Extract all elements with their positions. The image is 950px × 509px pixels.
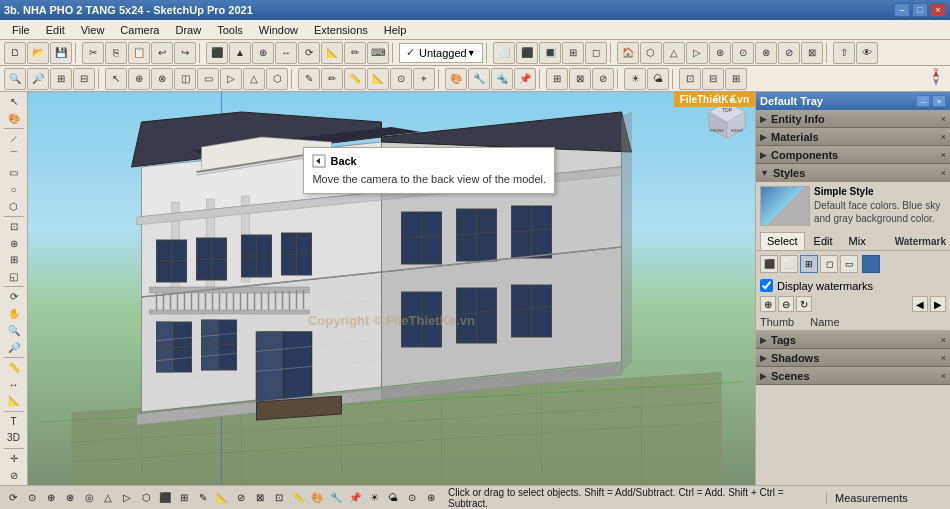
t2-27[interactable]: 🌤 [647, 68, 669, 90]
pan-tool[interactable]: ✋ [3, 306, 25, 322]
style-icon-2[interactable]: ⬜ [780, 255, 798, 273]
t2-4[interactable]: ⊟ [73, 68, 95, 90]
t2-15[interactable]: 📏 [344, 68, 366, 90]
tool3[interactable]: ⊕ [252, 42, 274, 64]
push-tool[interactable]: ⊡ [3, 219, 25, 235]
menu-edit[interactable]: Edit [38, 22, 73, 38]
style-prev[interactable]: ◀ [912, 296, 928, 312]
style-icon-1[interactable]: ⬛ [760, 255, 778, 273]
t2-16[interactable]: 📐 [367, 68, 389, 90]
look-btn[interactable]: 👁 [856, 42, 878, 64]
t2-11[interactable]: △ [243, 68, 265, 90]
t2-22[interactable]: 📌 [514, 68, 536, 90]
orbit-tool[interactable]: ⟳ [3, 289, 25, 305]
menu-window[interactable]: Window [251, 22, 306, 38]
polygon-tool[interactable]: ⬡ [3, 198, 25, 214]
t2-17[interactable]: ⊙ [390, 68, 412, 90]
styles-header[interactable]: ▼ Styles × [756, 164, 950, 182]
tool4[interactable]: ↔ [275, 42, 297, 64]
cam8[interactable]: ⊘ [778, 42, 800, 64]
tool5[interactable]: ⟳ [298, 42, 320, 64]
bottom-icon-14[interactable]: ⊠ [251, 489, 269, 507]
bottom-icon-21[interactable]: 🌤 [384, 489, 402, 507]
t2-2[interactable]: 🔎 [27, 68, 49, 90]
bottom-icon-13[interactable]: ⊘ [232, 489, 250, 507]
menu-draw[interactable]: Draw [167, 22, 209, 38]
styles-close[interactable]: × [941, 168, 946, 178]
tool7[interactable]: ✏ [344, 42, 366, 64]
view-btn4[interactable]: ⊞ [562, 42, 584, 64]
3dtext-tool[interactable]: 3D [3, 430, 25, 446]
close-button[interactable]: × [930, 3, 946, 17]
materials-section[interactable]: ▶ Materials × [756, 128, 950, 146]
bottom-icon-7[interactable]: ▷ [118, 489, 136, 507]
cam6[interactable]: ⊙ [732, 42, 754, 64]
remove-watermark-btn[interactable]: ⊖ [778, 296, 794, 312]
t2-12[interactable]: ⬡ [266, 68, 288, 90]
tab-edit[interactable]: Edit [807, 232, 840, 250]
bottom-icon-10[interactable]: ⊞ [175, 489, 193, 507]
t2-24[interactable]: ⊠ [569, 68, 591, 90]
bottom-icon-5[interactable]: ◎ [80, 489, 98, 507]
cam1[interactable]: 🏠 [617, 42, 639, 64]
cam3[interactable]: △ [663, 42, 685, 64]
bottom-icon-15[interactable]: ⊡ [270, 489, 288, 507]
bottom-icon-18[interactable]: 🔧 [327, 489, 345, 507]
tool6[interactable]: 📐 [321, 42, 343, 64]
cam9[interactable]: ⊠ [801, 42, 823, 64]
display-watermarks-checkbox[interactable] [760, 279, 773, 292]
t2-18[interactable]: ⌖ [413, 68, 435, 90]
tags-section[interactable]: ▶ Tags × [756, 331, 950, 349]
entity-info-close[interactable]: × [941, 114, 946, 124]
t2-5[interactable]: ↖ [105, 68, 127, 90]
view-btn1[interactable]: ⬜ [493, 42, 515, 64]
style-icon-3[interactable]: ⊞ [800, 255, 818, 273]
tape-tool[interactable]: 📏 [3, 360, 25, 376]
viewport[interactable]: Back Move the camera to the back view of… [28, 92, 755, 485]
protractor-tool[interactable]: 📐 [3, 393, 25, 409]
tray-minimize[interactable]: – [916, 95, 930, 107]
tool1[interactable]: ⬛ [206, 42, 228, 64]
scenes-close[interactable]: × [941, 371, 946, 381]
bottom-icon-9[interactable]: ⬛ [156, 489, 174, 507]
save-button[interactable]: 💾 [50, 42, 72, 64]
refresh-watermark-btn[interactable]: ↻ [796, 296, 812, 312]
tool2[interactable]: ▲ [229, 42, 251, 64]
new-button[interactable]: 🗋 [4, 42, 26, 64]
materials-close[interactable]: × [941, 132, 946, 142]
shadows-close[interactable]: × [941, 353, 946, 363]
cam4[interactable]: ▷ [686, 42, 708, 64]
t2-25[interactable]: ⊘ [592, 68, 614, 90]
t2-1[interactable]: 🔍 [4, 68, 26, 90]
bottom-icon-19[interactable]: 📌 [346, 489, 364, 507]
arc-tool[interactable]: ⌒ [3, 148, 25, 164]
view-btn2[interactable]: ⬛ [516, 42, 538, 64]
bottom-icon-22[interactable]: ⊙ [403, 489, 421, 507]
bottom-icon-20[interactable]: ☀ [365, 489, 383, 507]
t2-23[interactable]: ⊞ [546, 68, 568, 90]
tags-close[interactable]: × [941, 335, 946, 345]
style-icon-6[interactable] [862, 255, 880, 273]
zoom-ext-tool[interactable]: 🔎 [3, 339, 25, 355]
menu-help[interactable]: Help [376, 22, 415, 38]
bottom-icon-4[interactable]: ⊗ [61, 489, 79, 507]
axes-tool[interactable]: ✛ [3, 450, 25, 466]
t2-10[interactable]: ▷ [220, 68, 242, 90]
style-icon-5[interactable]: ▭ [840, 255, 858, 273]
t2-6[interactable]: ⊕ [128, 68, 150, 90]
bottom-icon-8[interactable]: ⬡ [137, 489, 155, 507]
menu-extensions[interactable]: Extensions [306, 22, 376, 38]
menu-view[interactable]: View [73, 22, 113, 38]
tray-close[interactable]: × [932, 95, 946, 107]
bottom-icon-17[interactable]: 🎨 [308, 489, 326, 507]
menu-camera[interactable]: Camera [112, 22, 167, 38]
bottom-icon-3[interactable]: ⊕ [42, 489, 60, 507]
components-section[interactable]: ▶ Components × [756, 146, 950, 164]
walk-btn[interactable]: ⇧ [833, 42, 855, 64]
style-next[interactable]: ▶ [930, 296, 946, 312]
section-tool[interactable]: ⊘ [3, 467, 25, 483]
view-btn3[interactable]: 🔳 [539, 42, 561, 64]
t2-9[interactable]: ▭ [197, 68, 219, 90]
shadows-section[interactable]: ▶ Shadows × [756, 349, 950, 367]
t2-8[interactable]: ◫ [174, 68, 196, 90]
